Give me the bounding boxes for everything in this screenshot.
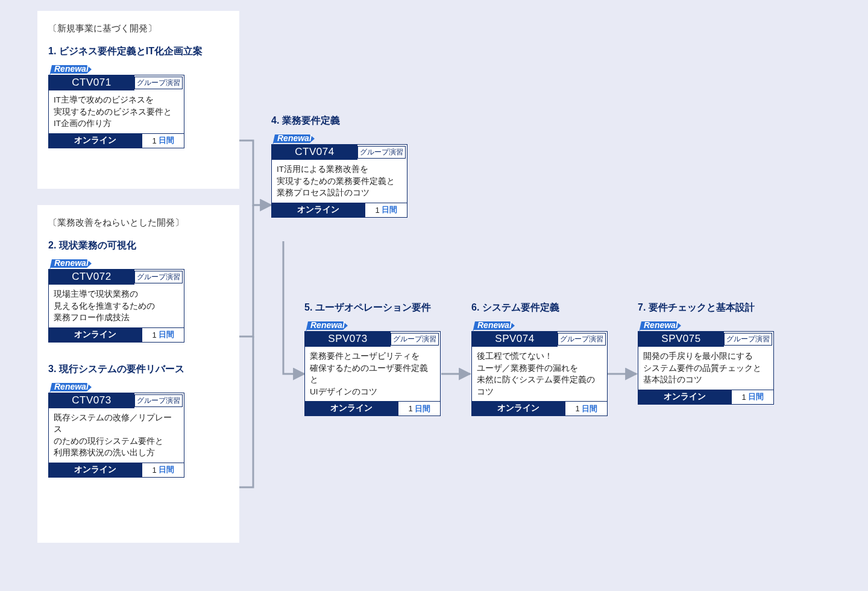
svg-text:Renewal: Renewal	[54, 382, 89, 391]
group-badge: グループ演習	[558, 333, 606, 346]
section-1-title: 1. ビジネス要件定義とIT化企画立案	[48, 45, 228, 58]
delivery-mode: オンライン	[638, 390, 731, 404]
course-code: SPV074	[472, 332, 558, 347]
renewal-badge: Renewal	[49, 382, 90, 394]
panel-improvement: 〔業務改善をねらいとした開発〕 2. 現状業務の可視化 Renewal CTV0…	[37, 205, 239, 543]
course-code: CTV071	[49, 75, 134, 90]
duration: 1日間	[731, 390, 773, 404]
panel-title: 〔業務改善をねらいとした開発〕	[48, 217, 228, 229]
group-badge: グループ演習	[134, 271, 183, 283]
section-6-title: 6. システム要件定義	[471, 302, 608, 314]
course-code: SPV073	[305, 332, 391, 347]
duration: 1日間	[142, 463, 184, 477]
panel-new-business: 〔新規事業に基づく開発〕 1. ビジネス要件定義とIT化企画立案 Renewal…	[37, 11, 239, 189]
delivery-mode: オンライン	[305, 402, 398, 416]
node-6: 6. システム要件定義 Renewal SPV074 グループ演習 後工程で慌て…	[471, 302, 608, 416]
delivery-mode: オンライン	[272, 203, 365, 217]
renewal-badge: Renewal	[272, 133, 313, 145]
svg-text:Renewal: Renewal	[310, 320, 345, 330]
delivery-mode: オンライン	[49, 463, 142, 477]
duration: 1日間	[398, 402, 440, 416]
group-badge: グループ演習	[357, 146, 406, 159]
course-code: CTV072	[49, 270, 134, 285]
duration: 1日間	[365, 203, 407, 217]
group-badge: グループ演習	[134, 77, 183, 89]
card-spv075[interactable]: SPV075 グループ演習 開発の手戻りを最小限にする システム要件の品質チェッ…	[638, 331, 774, 405]
course-desc: IT主導で攻めのビジネスを 実現するためのビジネス要件と IT企画の作り方	[49, 90, 184, 133]
duration: 1日間	[565, 402, 607, 416]
delivery-mode: オンライン	[49, 134, 142, 148]
svg-text:Renewal: Renewal	[644, 320, 679, 330]
section-2-title: 2. 現状業務の可視化	[48, 239, 228, 252]
svg-text:Renewal: Renewal	[277, 133, 312, 143]
panel-title: 〔新規事業に基づく開発〕	[48, 23, 228, 34]
renewal-badge: Renewal	[49, 64, 90, 76]
section-7-title: 7. 要件チェックと基本設計	[638, 302, 774, 314]
renewal-badge: Renewal	[473, 320, 514, 332]
group-badge: グループ演習	[134, 394, 183, 407]
card-ctv073[interactable]: CTV073 グループ演習 既存システムの改修／リプレース のための現行システム…	[48, 393, 184, 478]
delivery-mode: オンライン	[49, 328, 142, 342]
svg-text:Renewal: Renewal	[54, 64, 89, 74]
delivery-mode: オンライン	[472, 402, 565, 416]
course-desc: 既存システムの改修／リプレース のための現行システム要件と 利用業務状況の洗い出…	[49, 408, 184, 463]
course-desc: IT活用による業務改善を 実現するための業務要件定義と 業務プロセス設計のコツ	[272, 160, 407, 203]
course-code: CTV074	[272, 145, 357, 160]
course-desc: 現場主導で現状業務の 見える化を推進するための 業務フロー作成技法	[49, 285, 184, 327]
node-5: 5. ユーザオペレーション要件 Renewal SPV073 グループ演習 業務…	[304, 302, 441, 416]
renewal-badge: Renewal	[639, 320, 680, 332]
course-code: CTV073	[49, 393, 134, 408]
course-desc: 後工程で慌てない！ ユーザ／業務要件の漏れを 未然に防ぐシステム要件定義のコツ	[472, 347, 607, 401]
duration: 1日間	[142, 328, 184, 342]
card-ctv074[interactable]: CTV074 グループ演習 IT活用による業務改善を 実現するための業務要件定義…	[271, 144, 407, 218]
node-4: 4. 業務要件定義 Renewal CTV074 グループ演習 IT活用による業…	[271, 115, 407, 218]
node-7: 7. 要件チェックと基本設計 Renewal SPV075 グループ演習 開発の…	[638, 302, 774, 405]
course-code: SPV075	[638, 332, 724, 347]
course-desc: 開発の手戻りを最小限にする システム要件の品質チェックと 基本設計のコツ	[638, 347, 773, 390]
card-spv074[interactable]: SPV074 グループ演習 後工程で慌てない！ ユーザ／業務要件の漏れを 未然に…	[471, 331, 608, 416]
renewal-badge: Renewal	[306, 320, 347, 332]
svg-text:Renewal: Renewal	[477, 320, 512, 330]
section-3-title: 3. 現行システムの要件リバース	[48, 363, 228, 376]
card-ctv071[interactable]: CTV071 グループ演習 IT主導で攻めのビジネスを 実現するためのビジネス要…	[48, 75, 184, 148]
card-ctv072[interactable]: CTV072 グループ演習 現場主導で現状業務の 見える化を推進するための 業務…	[48, 269, 184, 343]
duration: 1日間	[142, 134, 184, 148]
course-desc: 業務要件とユーザビリティを 確保するためのユーザ要件定義と UIデザインのコツ	[305, 347, 440, 401]
renewal-badge: Renewal	[49, 258, 90, 270]
group-badge: グループ演習	[724, 333, 772, 346]
group-badge: グループ演習	[391, 333, 439, 346]
section-5-title: 5. ユーザオペレーション要件	[304, 302, 441, 314]
svg-text:Renewal: Renewal	[54, 258, 89, 268]
card-spv073[interactable]: SPV073 グループ演習 業務要件とユーザビリティを 確保するためのユーザ要件…	[304, 331, 441, 416]
section-4-title: 4. 業務要件定義	[271, 115, 407, 127]
